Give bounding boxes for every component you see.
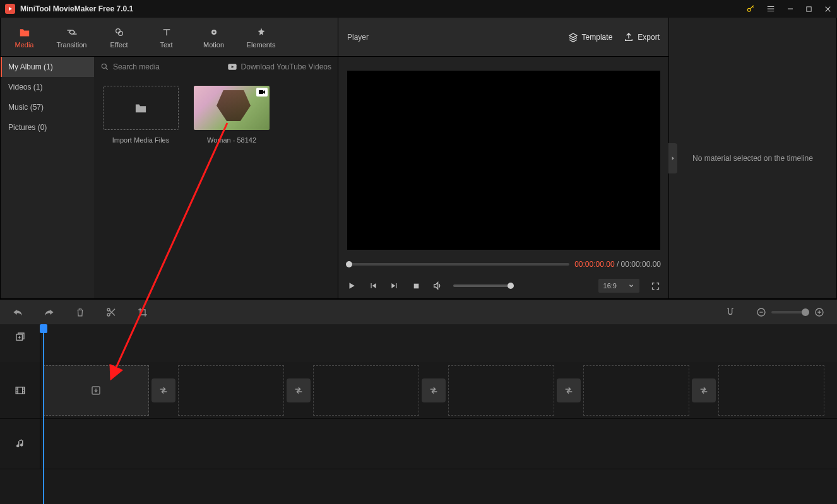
video-track-header[interactable] (0, 362, 40, 418)
sidebar-item-pictures[interactable]: Pictures (0) (1, 117, 94, 138)
search-input[interactable]: Search media (100, 62, 222, 71)
redo-button[interactable] (44, 308, 54, 317)
titlebar: MiniTool MovieMaker Free 7.0.1 (0, 0, 837, 18)
swap-icon (429, 386, 439, 395)
snap-button[interactable] (726, 307, 735, 317)
audio-track-header[interactable] (0, 419, 40, 469)
preview-scrubber-row: 00:00:00.00 / 00:00:00.00 (338, 255, 668, 273)
window-title: MiniTool MovieMaker Free 7.0.1 (20, 4, 746, 13)
svg-rect-8 (259, 90, 263, 94)
preview-scrubber[interactable] (346, 263, 569, 266)
transition-slot-button[interactable] (287, 378, 311, 402)
minimize-button[interactable] (787, 5, 794, 13)
layers-icon (568, 32, 578, 42)
next-frame-button[interactable] (389, 280, 400, 291)
sidebar-item-music[interactable]: Music (57) (1, 97, 94, 117)
transition-slot-button[interactable] (151, 378, 175, 402)
svg-point-10 (107, 308, 110, 311)
elements-icon (255, 26, 268, 38)
svg-rect-9 (413, 283, 418, 288)
transition-slot-button[interactable] (422, 378, 446, 402)
timeline-empty-slot[interactable] (178, 365, 284, 416)
svg-rect-15 (16, 387, 25, 394)
svg-point-5 (213, 31, 215, 33)
tab-label: Motion (203, 41, 224, 49)
effect-icon (113, 26, 126, 38)
preview-viewport[interactable] (347, 71, 660, 250)
import-media-card[interactable]: Import Media Files (103, 86, 179, 144)
aspect-ratio-select[interactable]: 16:9 (598, 279, 639, 293)
sidebar-item-label: Pictures (0) (8, 123, 47, 132)
timeline-tracks (0, 362, 837, 504)
sidebar-item-myalbum[interactable]: My Album (1) (1, 57, 94, 77)
sidebar-item-videos[interactable]: Videos (1) (1, 77, 94, 97)
template-button[interactable]: Template (568, 32, 613, 42)
zoom-in-button[interactable] (814, 307, 824, 317)
crop-button[interactable] (138, 307, 148, 317)
time-display: 00:00:00.00 / 00:00:00.00 (574, 260, 661, 269)
tab-effect[interactable]: Effect (95, 18, 143, 56)
tab-label: Text (160, 41, 172, 49)
add-track-button[interactable] (0, 324, 40, 349)
timeline-empty-slot[interactable] (448, 365, 554, 416)
timeline-empty-slot[interactable] (313, 365, 419, 416)
play-button[interactable] (346, 280, 357, 291)
menu-icon[interactable] (766, 4, 775, 13)
aspect-ratio-value: 16:9 (603, 282, 617, 290)
video-badge-icon (256, 88, 268, 97)
prev-frame-button[interactable] (367, 280, 379, 291)
media-pane: Search media Download YouTube Videos Imp… (94, 57, 338, 298)
zoom-out-button[interactable] (756, 307, 766, 317)
volume-slider[interactable] (453, 284, 514, 287)
time-current: 00:00:00.00 (574, 260, 614, 269)
timeline-ruler[interactable] (0, 349, 837, 362)
timeline-empty-slot[interactable] (718, 365, 824, 416)
panel-collapse-button[interactable] (668, 143, 677, 173)
delete-button[interactable] (76, 307, 85, 317)
undo-button[interactable] (13, 308, 23, 317)
media-grid: Import Media Files Woman - 58142 (94, 77, 338, 298)
time-separator: / (615, 260, 621, 269)
tab-elements[interactable]: Elements (237, 18, 285, 56)
player-controls: 16:9 (338, 273, 668, 298)
tab-label: Effect (110, 41, 128, 49)
download-youtube-button[interactable]: Download YouTube Videos (227, 62, 331, 71)
media-clip[interactable]: Woman - 58142 (194, 86, 270, 144)
search-icon (100, 62, 109, 71)
key-icon[interactable] (746, 4, 755, 13)
timeline-drop-slot[interactable] (43, 365, 149, 416)
transition-slot-button[interactable] (692, 378, 716, 402)
tab-label: Transition (57, 41, 87, 49)
volume-button[interactable] (432, 280, 443, 291)
export-button[interactable]: Export (624, 32, 660, 42)
main-area: Media Transition Effect Text Motion Elem… (0, 18, 837, 299)
clip-thumbnail (194, 86, 270, 130)
maximize-button[interactable] (805, 6, 812, 13)
stop-button[interactable] (410, 280, 422, 291)
tab-motion[interactable]: Motion (190, 18, 237, 56)
tab-media[interactable]: Media (1, 18, 48, 56)
zoom-control (756, 307, 824, 317)
swap-icon (564, 386, 574, 395)
drop-download-icon (90, 385, 102, 396)
import-folder-icon (134, 102, 148, 114)
video-track (0, 362, 837, 419)
close-button[interactable] (824, 5, 832, 13)
swap-icon (158, 386, 169, 395)
audio-track-body[interactable] (40, 419, 837, 469)
tab-transition[interactable]: Transition (48, 18, 95, 56)
no-selection-message: No material selected on the timeline (692, 154, 813, 163)
transition-slot-button[interactable] (557, 378, 581, 402)
timeline-empty-slot[interactable] (583, 365, 689, 416)
sidebar-item-label: Videos (1) (8, 83, 42, 91)
library-panel: Media Transition Effect Text Motion Elem… (0, 18, 338, 299)
template-label: Template (582, 33, 613, 42)
svg-rect-1 (807, 6, 811, 11)
youtube-icon (227, 63, 237, 71)
audio-track (0, 419, 837, 469)
export-label: Export (638, 33, 660, 42)
tab-text[interactable]: Text (143, 18, 190, 56)
split-button[interactable] (106, 307, 116, 317)
zoom-slider[interactable] (771, 311, 809, 314)
fullscreen-button[interactable] (650, 280, 661, 291)
